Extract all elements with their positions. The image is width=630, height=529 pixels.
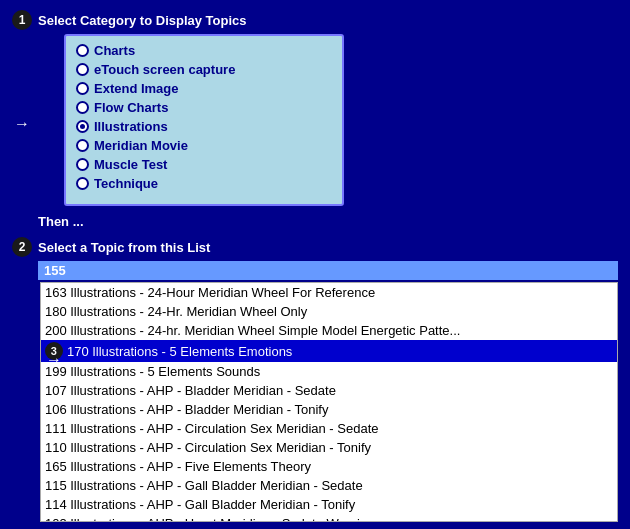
topic-text: 200 Illustrations - 24-hr. Meridian Whee… — [45, 323, 460, 338]
topic-text: 103 Illustrations - AHP - Heart Meridian… — [45, 516, 374, 522]
radio-extend — [76, 82, 89, 95]
topic-item[interactable]: 165 Illustrations - AHP - Five Elements … — [41, 457, 617, 476]
category-label-charts: Charts — [94, 43, 135, 58]
category-label-extend: Extend Image — [94, 81, 179, 96]
category-item-flowcharts[interactable]: Flow Charts — [76, 99, 332, 116]
topic-text: 114 Illustrations - AHP - Gall Bladder M… — [45, 497, 355, 512]
topic-text: 170 Illustrations - 5 Elements Emotions — [67, 344, 292, 359]
radio-flowcharts — [76, 101, 89, 114]
category-label-meridian: Meridian Movie — [94, 138, 188, 153]
radio-charts — [76, 44, 89, 57]
category-item-meridian[interactable]: Meridian Movie — [76, 137, 332, 154]
topic-text: 111 Illustrations - AHP - Circulation Se… — [45, 421, 379, 436]
radio-illustrations — [76, 120, 89, 133]
step1-label: Select Category to Display Topics — [38, 13, 247, 28]
step2-label: Select a Topic from this List — [38, 240, 210, 255]
topic-text: 115 Illustrations - AHP - Gall Bladder M… — [45, 478, 363, 493]
topic-item[interactable]: 3170 Illustrations - 5 Elements Emotions — [41, 340, 617, 362]
topic-item[interactable]: 115 Illustrations - AHP - Gall Bladder M… — [41, 476, 617, 495]
step1-arrow-col: → — [12, 115, 38, 133]
topic-item[interactable]: 107 Illustrations - AHP - Bladder Meridi… — [41, 381, 617, 400]
topic-item[interactable]: 180 Illustrations - 24-Hr. Meridian Whee… — [41, 302, 617, 321]
category-item-technique[interactable]: Technique — [76, 175, 332, 192]
topic-section: 155 163 Illustrations - 24-Hour Meridian… — [38, 261, 618, 522]
category-item-muscle[interactable]: Muscle Test — [76, 156, 332, 173]
topic-text: 110 Illustrations - AHP - Circulation Se… — [45, 440, 371, 455]
then-label: Then ... — [38, 214, 618, 229]
category-item-etouch[interactable]: eTouch screen capture — [76, 61, 332, 78]
radio-meridian — [76, 139, 89, 152]
topic-item[interactable]: 114 Illustrations - AHP - Gall Bladder M… — [41, 495, 617, 514]
category-label-illustrations: Illustrations — [94, 119, 168, 134]
category-item-illustrations[interactable]: Illustrations — [76, 118, 332, 135]
topic-count: 155 — [38, 261, 618, 280]
topic-item[interactable]: 103 Illustrations - AHP - Heart Meridian… — [41, 514, 617, 522]
step1-badge: 1 — [12, 10, 32, 30]
topic-text: 180 Illustrations - 24-Hr. Meridian Whee… — [45, 304, 307, 319]
step1-arrow: → — [14, 115, 30, 132]
topic-text: 163 Illustrations - 24-Hour Meridian Whe… — [45, 285, 375, 300]
topic-text: 106 Illustrations - AHP - Bladder Meridi… — [45, 402, 329, 417]
topic-selected-arrow: → — [46, 351, 62, 369]
topic-text: 107 Illustrations - AHP - Bladder Meridi… — [45, 383, 336, 398]
category-box: ChartseTouch screen captureExtend ImageF… — [64, 34, 344, 206]
topic-list[interactable]: 163 Illustrations - 24-Hour Meridian Whe… — [40, 282, 618, 522]
radio-technique — [76, 177, 89, 190]
step1-header: 1 Select Category to Display Topics — [12, 10, 618, 30]
category-label-technique: Technique — [94, 176, 158, 191]
category-label-etouch: eTouch screen capture — [94, 62, 235, 77]
category-label-flowcharts: Flow Charts — [94, 100, 168, 115]
topic-item[interactable]: 200 Illustrations - 24-hr. Meridian Whee… — [41, 321, 617, 340]
topic-item[interactable]: 111 Illustrations - AHP - Circulation Se… — [41, 419, 617, 438]
step2-badge: 2 — [12, 237, 32, 257]
radio-etouch — [76, 63, 89, 76]
topic-text: 165 Illustrations - AHP - Five Elements … — [45, 459, 311, 474]
topic-item[interactable]: 163 Illustrations - 24-Hour Meridian Whe… — [41, 283, 617, 302]
category-item-extend[interactable]: Extend Image — [76, 80, 332, 97]
topic-item[interactable]: 106 Illustrations - AHP - Bladder Meridi… — [41, 400, 617, 419]
category-label-muscle: Muscle Test — [94, 157, 167, 172]
topic-item[interactable]: 199 Illustrations - 5 Elements Sounds — [41, 362, 617, 381]
step2-header: 2 Select a Topic from this List — [12, 237, 618, 257]
topic-text: 199 Illustrations - 5 Elements Sounds — [45, 364, 260, 379]
radio-muscle — [76, 158, 89, 171]
category-section: → ChartseTouch screen captureExtend Imag… — [12, 34, 618, 214]
topic-item[interactable]: 110 Illustrations - AHP - Circulation Se… — [41, 438, 617, 457]
category-item-charts[interactable]: Charts — [76, 42, 332, 59]
